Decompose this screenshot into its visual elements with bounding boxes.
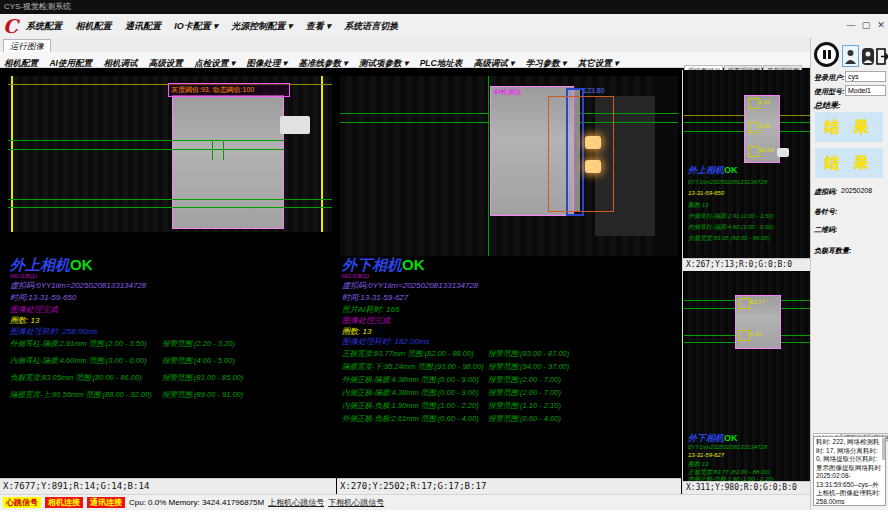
brand-logo-icon: C xyxy=(3,15,18,37)
measure-row: 外侧正极-隔膜:4.38mm 范围:(0.00 - 9.00) 报警范围:(2.… xyxy=(342,375,561,385)
threshold-label-box: 灰度阈值:93, 动态阈值:100 xyxy=(168,83,290,97)
total-result-label: 总结果: xyxy=(814,100,841,111)
menu-camera-config[interactable]: 相机配置 xyxy=(75,14,111,38)
close-icon[interactable]: ✕ xyxy=(874,18,888,32)
thumb-line: 负极宽度:83.05 (80.00 - 86.00) xyxy=(688,234,770,243)
menu-light-control-config[interactable]: 光源控制配置 ▾ xyxy=(231,14,292,38)
exit-door-icon xyxy=(876,47,888,66)
vertical-separator xyxy=(682,70,683,494)
measure-row: 外侧正极-负极:2.61mm 范围:(0.60 - 4.00) 报警范围:(0.… xyxy=(342,414,561,424)
comm-connect-badge: 通讯连接 xyxy=(87,497,125,508)
app-window: CYS-视觉检测系统 C 系统配置 相机配置 通讯配置 IO卡配置 ▾ 光源控制… xyxy=(0,0,888,522)
measure-value: 外侧正极-隔膜:4.38mm 范围:(0.00 - 9.00) xyxy=(342,375,488,385)
virtual-code-value: 20250208 xyxy=(841,187,872,194)
thumb-title: 外上相机OK xyxy=(688,164,738,177)
measure-value: 外侧耳柱-隔膜:2.91mm 范围:(2.00 - 3.50) xyxy=(10,339,162,349)
thumb-line: 外侧耳柱-隔膜:2.91 (2.00 - 3.50) xyxy=(688,212,774,221)
menu-io-card-config[interactable]: IO卡配置 ▾ xyxy=(174,14,218,38)
menu-bar: C 系统配置 相机配置 通讯配置 IO卡配置 ▾ 光源控制配置 ▾ 查看 ▾ 系… xyxy=(0,14,888,39)
left-done: 图像处理完成 xyxy=(10,304,58,315)
left-status-ok: OK xyxy=(70,256,93,273)
glow-element xyxy=(585,136,601,149)
threshold-label: 灰度阈值:93, 动态阈值:100 xyxy=(169,84,289,95)
thumb-line: 圈数:13 xyxy=(688,201,708,210)
measure-value: 内侧耳柱-隔膜:4.60mm 范围:(3.00 - 6.00) xyxy=(10,356,162,366)
alarm-range: 报警范围:(2.00 - 7.00) xyxy=(488,375,561,385)
left-turns: 圈数: 13 xyxy=(10,315,39,326)
overlay-green-line xyxy=(488,76,489,256)
menu-language-switch[interactable]: 系统语言切换 xyxy=(344,14,398,38)
login-user-label: 登录用户: xyxy=(814,73,844,83)
tab-row: 运行图像 xyxy=(0,38,810,53)
maximize-icon[interactable]: ▢ xyxy=(859,18,873,32)
left-time: 时间:13-31-59-650 xyxy=(10,292,76,303)
login-user-field[interactable]: cys xyxy=(845,71,886,82)
overlay-yellow-box xyxy=(739,330,750,341)
yellow-measure-label: 1.90 xyxy=(750,331,762,337)
user-icon xyxy=(862,48,874,65)
mid-time: 时间:13-31-59-627 xyxy=(342,292,408,303)
mid-status-ok: OK xyxy=(402,256,425,273)
measure-value: 内侧正极-负极:1.90mm 范围:(1.00 - 2.20) xyxy=(342,401,488,411)
upper-camera-heartbeat-link[interactable]: 上相机心跳信号 xyxy=(268,497,324,508)
alarm-range: 报警范围:(4.00 - 5.00) xyxy=(162,356,235,366)
machine-block xyxy=(655,76,678,256)
thumb-line: 0YY1iim20250208133134728 xyxy=(688,444,767,450)
log-textarea[interactable]: 耗时: 222, 网络检测耗时: 17, 网络分离耗时: 0, 网络提取分区耗时… xyxy=(813,436,886,506)
measure-row: 内侧正极-负极:1.90mm 范围:(1.00 - 2.20) 报警范围:(1.… xyxy=(342,401,561,411)
yellow-measure-label: 4.60 xyxy=(759,123,771,129)
left-camera-name: 外上相机 xyxy=(10,256,70,273)
model-label: 使用型号: xyxy=(814,87,844,97)
menu-comm-config[interactable]: 通讯配置 xyxy=(125,14,161,38)
qr-code-label: 二维码: xyxy=(814,225,837,235)
window-title: CYS-视觉检测系统 xyxy=(4,2,71,11)
lower-camera-heartbeat-link[interactable]: 下相机心跳信号 xyxy=(328,497,384,508)
alarm-range: 报警范围:(89.00 - 91.00) xyxy=(162,390,243,400)
mid-ai-time: 照片AI耗时: 166 xyxy=(342,304,399,315)
measure-row: 正极宽度:83.77mm 范围:(82.00 - 88.00) 报警范围:(83… xyxy=(342,349,569,359)
yellow-measure-label: 83.77 xyxy=(750,299,765,305)
right-panel: 登录用户: cys 使用型号: Model1 总结果: 结 果 结 果 虚拟码:… xyxy=(810,38,888,510)
left-coord-bar: X:7677;Y:891;R:14;G:14;B:14 xyxy=(0,478,336,494)
login-user-button[interactable] xyxy=(842,45,859,67)
user-dark-button[interactable] xyxy=(862,48,874,65)
log-scrollbar[interactable] xyxy=(882,438,885,460)
measure-value: 隔膜宽度-上:90.56mm 范围:(88.00 - 92.00) xyxy=(10,390,162,400)
thumb-bottom-image[interactable]: 83.77 1.90 外下相机OK 0YY1iim202502081331347… xyxy=(684,272,810,481)
overlay-green-tick xyxy=(212,140,213,160)
mid-elapsed: 图像处理耗时: 182.00ms xyxy=(342,336,430,347)
thumb-line: 内侧耳柱-隔膜:4.60 (3.00 - 6.00) xyxy=(688,223,774,232)
pause-button[interactable] xyxy=(814,42,839,67)
menu-view[interactable]: 查看 ▾ xyxy=(306,14,331,38)
measure-row: 负极宽度:83.05mm 范围:(80.00 - 86.00) 报警范围:(81… xyxy=(10,373,243,383)
camera-connect-badge: 相机连接 xyxy=(45,497,83,508)
menu-system-config[interactable]: 系统配置 xyxy=(26,14,62,38)
left-ng-line: NG:0;B(1) xyxy=(10,273,37,279)
mid-camera-image[interactable]: AI检测区 123.80 xyxy=(340,76,678,256)
thumb-line: 13-31-59-627 xyxy=(688,452,724,458)
mid-barcode: 虚拟码:0YY1iim=20250208133134728 xyxy=(342,280,478,291)
model-field[interactable]: Model1 xyxy=(845,85,886,96)
thumb-line: 13-31-59-650 xyxy=(688,190,724,196)
result-badge-top: 结 果 xyxy=(815,112,883,142)
mid-done: 图像处理完成 xyxy=(342,315,390,326)
thumb-top-image[interactable]: 2.91 4.60 90.56 外上相机OK 0YY1iim2025020813… xyxy=(684,70,810,258)
overlay-yellow-box xyxy=(739,298,750,309)
menu-items: 系统配置 相机配置 通讯配置 IO卡配置 ▾ 光源控制配置 ▾ 查看 ▾ 系统语… xyxy=(26,14,407,38)
minimize-icon[interactable]: — xyxy=(844,18,858,32)
measure-row: 外侧耳柱-隔膜:2.91mm 范围:(2.00 - 3.50) 报警范围:(2.… xyxy=(10,339,235,349)
alarm-range: 报警范围:(2.20 - 3.20) xyxy=(162,339,235,349)
connector-tab xyxy=(777,148,789,157)
left-camera-image[interactable]: 灰度阈值:93, 动态阈值:100 xyxy=(8,76,332,232)
tab-run-image[interactable]: 运行图像 xyxy=(3,39,51,53)
thumb-line: 0YY1iim20250208133134728 xyxy=(688,179,767,185)
mid-coord-bar: X:270;Y:2502;R:17;G:17;B:17 xyxy=(337,478,681,494)
measure-row: 内侧耳柱-隔膜:4.60mm 范围:(3.00 - 6.00) 报警范围:(4.… xyxy=(10,356,235,366)
result-badge-bottom: 结 果 xyxy=(815,148,883,178)
measure-row: 隔膜宽度-下:95.24mm 范围:(93.00 - 98.00) 报警范围:(… xyxy=(342,362,569,372)
exit-button[interactable] xyxy=(876,47,888,66)
overlay-yellow-box xyxy=(748,122,759,133)
alarm-range: 报警范围:(94.00 - 97.00) xyxy=(488,362,569,372)
measure-row: 隔膜宽度-上:90.56mm 范围:(88.00 - 92.00) 报警范围:(… xyxy=(10,390,243,400)
measure-value: 隔膜宽度-下:95.24mm 范围:(93.00 - 98.00) xyxy=(342,362,488,372)
